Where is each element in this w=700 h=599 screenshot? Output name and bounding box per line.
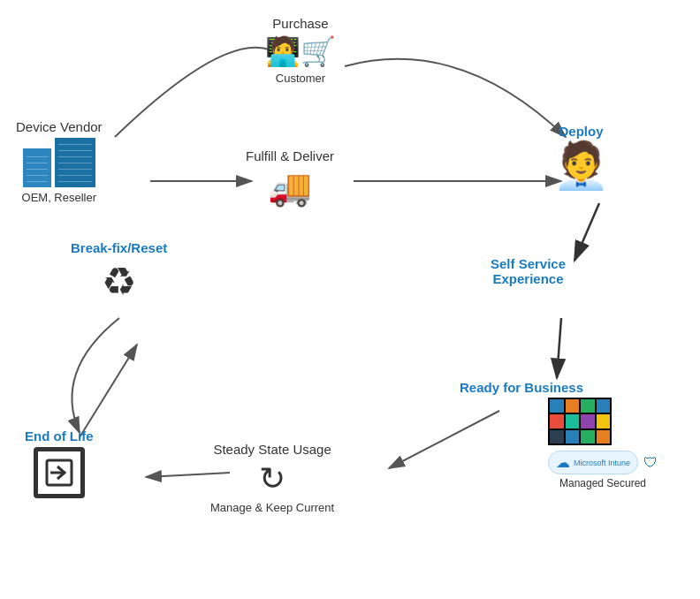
windows-start-icon: ☁ Microsoft Intune 🛡 Managed Secured	[548, 398, 658, 489]
deploy-node: Deploy 🧑‍💼	[552, 124, 610, 188]
svg-line-5	[557, 318, 561, 378]
buildings-icon	[23, 138, 95, 187]
fulfill-deliver-node: Fulfill & Deliver 🚚	[246, 148, 334, 209]
purchase-icon: 🧑‍💻🛒	[265, 34, 336, 68]
managed-secured-label: Managed Secured	[548, 477, 658, 489]
defender-shield-icon: 🛡	[643, 455, 658, 471]
self-service-node: Self Service Experience	[491, 256, 566, 286]
exit-icon	[34, 447, 85, 498]
truck-icon: 🚚	[268, 167, 312, 209]
cloud-icon: ☁	[556, 454, 570, 471]
refresh-icon: ↻	[259, 460, 285, 497]
svg-line-8	[80, 345, 137, 437]
deploy-person-icon: 🧑‍💼	[552, 142, 610, 188]
purchase-node: Purchase 🧑‍💻🛒 Customer	[265, 16, 336, 85]
lifecycle-diagram: Purchase 🧑‍💻🛒 Customer Device Vendor OEM…	[0, 0, 700, 599]
ready-for-business-node: Ready for Business	[460, 380, 583, 398]
intune-badge: ☁ Microsoft Intune	[548, 451, 638, 474]
device-vendor-node: Device Vendor OEM, Reseller	[16, 119, 103, 204]
recycle-icon: ♻	[102, 259, 136, 304]
intune-label: Microsoft Intune	[574, 459, 630, 467]
steady-state-node: Steady State Usage ↻ Manage & Keep Curre…	[210, 442, 334, 514]
end-of-life-node: End of Life	[25, 428, 94, 498]
svg-line-6	[389, 411, 499, 468]
break-fix-node: Break-fix/Reset ♻	[71, 240, 167, 304]
svg-line-4	[574, 203, 599, 261]
